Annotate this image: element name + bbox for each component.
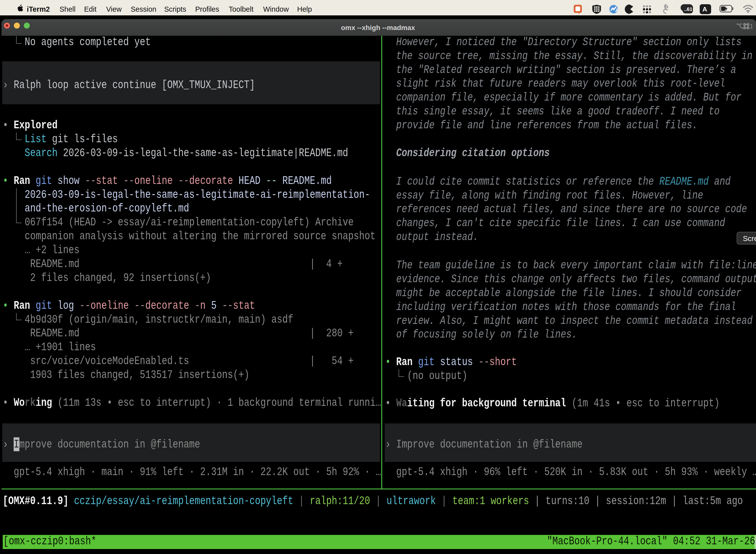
svg-text:1: 1	[750, 23, 753, 29]
